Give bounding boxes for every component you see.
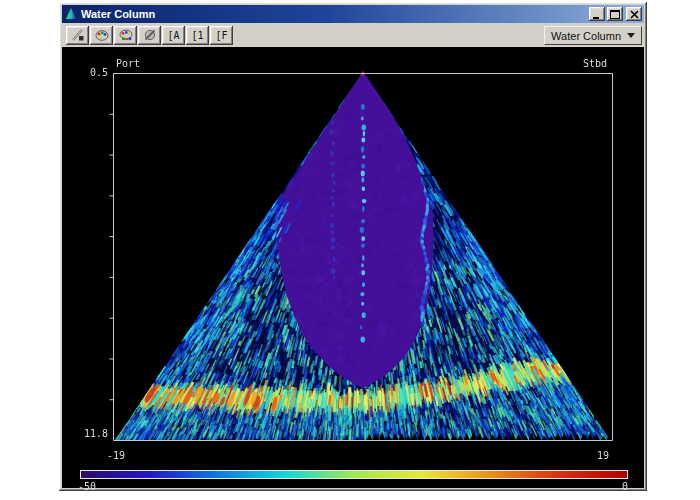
- stbd-axis-label: Stbd: [565, 58, 607, 69]
- tool-disabled-button[interactable]: [138, 26, 161, 45]
- scale-a-label: [A: [167, 30, 179, 41]
- scale-1-label: [1: [191, 30, 203, 41]
- minimize-button[interactable]: [589, 7, 605, 21]
- depth-min-label: 0.5: [78, 67, 108, 78]
- pencil-slash-icon: [71, 28, 85, 42]
- across-max-label: 19: [586, 450, 620, 461]
- minimize-icon: [592, 10, 602, 19]
- depth-max-label: 11.8: [72, 428, 108, 439]
- window-title: Water Column: [81, 8, 587, 20]
- scale-a-button[interactable]: [A: [162, 26, 185, 45]
- scale-1-button[interactable]: [1: [186, 26, 209, 45]
- scale-f-label: [F: [215, 30, 227, 41]
- scale-f-button[interactable]: [F: [210, 26, 233, 45]
- water-column-window: Water Column: [59, 2, 647, 491]
- chevron-down-icon: [627, 33, 635, 38]
- water-column-display: Port Stbd 0.5 11.8 -19 19 -50 0: [62, 47, 644, 488]
- app-icon: [64, 7, 78, 21]
- desktop: Water Column: [0, 0, 700, 500]
- sonar-fan-canvas[interactable]: [62, 47, 644, 488]
- palette-chart-icon: [119, 28, 133, 42]
- palette-icon: [95, 28, 109, 42]
- titlebar[interactable]: Water Column: [62, 5, 644, 23]
- toolbar: [A [1 [F Water Column: [62, 23, 644, 47]
- circle-slash-icon: [143, 28, 157, 42]
- draw-settings-button[interactable]: [66, 26, 89, 45]
- across-min-label: -19: [99, 450, 133, 461]
- maximize-icon: [610, 10, 620, 19]
- port-axis-label: Port: [116, 58, 140, 69]
- close-button[interactable]: [626, 7, 642, 21]
- color-palette-button[interactable]: [90, 26, 113, 45]
- colorbar-min-label: -50: [78, 481, 96, 492]
- amplitude-colorbar: [80, 470, 628, 479]
- colorbar-max-label: 0: [600, 481, 628, 492]
- view-selector-label: Water Column: [551, 30, 621, 42]
- close-icon: [630, 10, 639, 19]
- view-selector-dropdown[interactable]: Water Column: [544, 26, 642, 45]
- maximize-button[interactable]: [607, 7, 623, 21]
- color-palette-alt-button[interactable]: [114, 26, 137, 45]
